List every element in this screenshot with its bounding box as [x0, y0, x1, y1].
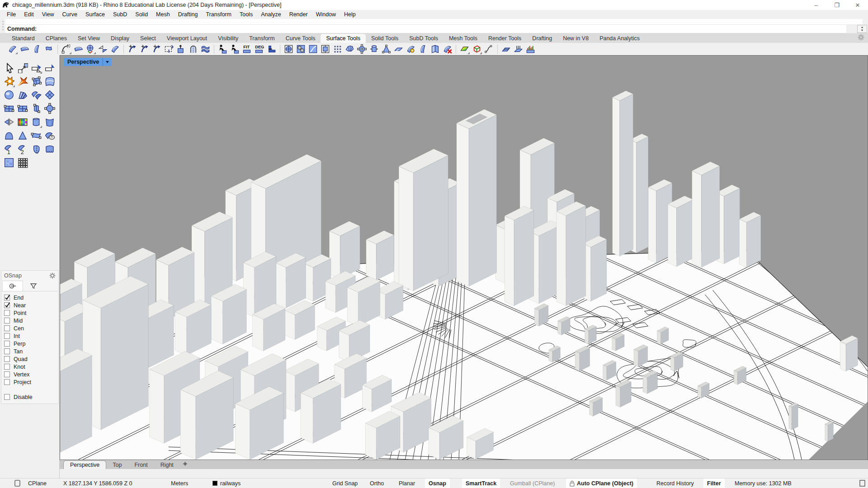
command-input[interactable]: Command:	[5, 25, 846, 33]
srf-seam-icon[interactable]	[30, 143, 42, 155]
srf-control-points-icon[interactable]	[30, 75, 42, 88]
menu-item-subd[interactable]: SubD	[109, 11, 131, 18]
srf-grid-pair-icon[interactable]	[295, 43, 307, 55]
adjustable-arc-icon[interactable]	[61, 43, 72, 55]
osnap-option-project[interactable]: Project	[4, 378, 57, 386]
cylinder-map-icon[interactable]	[368, 43, 380, 55]
frame-target-icon[interactable]	[320, 43, 331, 55]
faceted-srf-icon[interactable]	[344, 43, 355, 55]
osnap-option-knot[interactable]: Knot	[4, 363, 57, 371]
box-morph-icon[interactable]	[471, 43, 482, 55]
menu-item-file[interactable]: File	[3, 11, 20, 18]
cylinder-icon[interactable]	[30, 116, 42, 128]
tab-surface-tools[interactable]: Surface Tools	[321, 34, 366, 43]
sphere-icon[interactable]	[3, 89, 15, 101]
offset-surface-icon[interactable]	[73, 43, 84, 55]
ctrl-pt-srf-icon[interactable]	[417, 43, 429, 55]
planar-toggle[interactable]: Planar	[399, 479, 415, 488]
menu-item-surface[interactable]: Surface	[81, 11, 109, 18]
checkbox-icon[interactable]	[4, 302, 10, 308]
pin-plane-icon[interactable]	[513, 43, 524, 55]
ribbon-waves-icon[interactable]	[200, 43, 211, 55]
point-grid-icon[interactable]	[16, 156, 29, 169]
tab-cplanes[interactable]: CPlanes	[40, 34, 72, 43]
osnap-option-cen[interactable]: Cen	[4, 324, 57, 332]
srf-sweep-icon[interactable]	[30, 129, 42, 142]
analysis-colors-icon[interactable]	[16, 116, 29, 128]
osnap-toggle[interactable]: Osnap	[425, 479, 450, 488]
sphere-cplane-icon[interactable]	[85, 43, 96, 55]
viewport-tab-right[interactable]: Right	[154, 461, 180, 469]
degree-change-icon[interactable]: DEG	[254, 43, 265, 55]
osnap-option-quad[interactable]: Quad	[4, 355, 57, 363]
variable-fillet-icon[interactable]	[31, 43, 42, 55]
plane-vertical-icon[interactable]	[30, 102, 42, 115]
menu-item-edit[interactable]: Edit	[20, 11, 38, 18]
cone-icon[interactable]	[16, 129, 29, 142]
osnap-option-vertex[interactable]: Vertex	[4, 371, 57, 378]
layout-person-icon[interactable]	[217, 43, 228, 55]
planar-srf-icon[interactable]	[393, 43, 404, 55]
tab-transform[interactable]: Transform	[244, 34, 280, 43]
tab-standard[interactable]: Standard	[6, 34, 40, 43]
dome-icon[interactable]	[3, 129, 15, 142]
srf-fan-icon[interactable]	[16, 89, 29, 101]
blob-surface-icon[interactable]	[3, 156, 15, 169]
triangulate-icon[interactable]	[381, 43, 392, 55]
units-pane[interactable]: Meters	[171, 479, 188, 488]
srf-patch-icon[interactable]	[43, 75, 56, 88]
menu-item-mesh[interactable]: Mesh	[152, 11, 174, 18]
point-cloud-icon[interactable]	[332, 43, 343, 55]
explode-flash-icon[interactable]	[16, 75, 29, 88]
extend-surface-icon[interactable]	[7, 43, 18, 55]
checkbox-icon[interactable]	[4, 341, 10, 347]
checkbox-icon[interactable]	[4, 371, 10, 377]
sweep-2-icon[interactable]	[139, 43, 150, 55]
curve-handle-icon[interactable]	[483, 43, 495, 55]
plane-2-icon[interactable]	[16, 102, 29, 115]
menu-item-transform[interactable]: Transform	[202, 11, 236, 18]
tab-drafting[interactable]: Drafting	[527, 34, 557, 43]
checkbox-icon[interactable]	[4, 318, 10, 324]
osnap-option-end[interactable]: End	[4, 294, 57, 301]
menu-item-solid[interactable]: Solid	[131, 11, 152, 18]
fillet-2-icon[interactable]: 2	[16, 143, 29, 155]
explode-icon[interactable]	[3, 75, 15, 88]
filter-toggle[interactable]: Filter	[703, 479, 725, 488]
rebuild-net-icon[interactable]	[356, 43, 368, 55]
extrude-boundary-icon[interactable]	[163, 43, 175, 55]
book-pages-icon[interactable]	[429, 43, 441, 55]
plane-corner-icon[interactable]	[43, 102, 56, 115]
command-gutter[interactable]	[1, 20, 5, 33]
restore-button-icon[interactable]: ❐	[826, 0, 847, 10]
tab-display[interactable]: Display	[105, 34, 135, 43]
osnap-option-int[interactable]: Int	[4, 332, 57, 340]
srf-grid-target-icon[interactable]	[283, 43, 294, 55]
command-spinner[interactable]: ▲▼	[857, 25, 867, 33]
extrude-srf-icon[interactable]	[175, 43, 187, 55]
record-history-toggle[interactable]: Record History	[656, 479, 694, 488]
tab-panda-analytics[interactable]: Panda Analytics	[594, 34, 645, 43]
tab-visibility[interactable]: Visibility	[212, 34, 244, 43]
close-button-icon[interactable]: ✕	[847, 0, 868, 10]
osnap-tab-filter[interactable]	[23, 281, 44, 291]
osnap-option-disable[interactable]: Disable	[4, 393, 57, 401]
auto-cplane-toggle[interactable]: Auto CPlane (Object)	[566, 479, 637, 488]
tab-options-gear-icon[interactable]	[858, 34, 864, 42]
plane-horizontal-icon[interactable]	[3, 102, 15, 115]
srf-grid-curve-icon[interactable]	[307, 43, 319, 55]
tab-new-in-v8[interactable]: New in V8	[557, 34, 594, 43]
panel-toggle-icon[interactable]	[14, 479, 20, 488]
menu-item-tools[interactable]: Tools	[236, 11, 257, 18]
menu-item-window[interactable]: Window	[312, 11, 340, 18]
menu-item-help[interactable]: Help	[340, 11, 360, 18]
command-history[interactable]	[5, 19, 863, 25]
fillet-1-icon[interactable]: 1	[3, 143, 15, 155]
osnap-option-perp[interactable]: Perp	[4, 340, 57, 347]
ortho-toggle[interactable]: Ortho	[370, 479, 384, 488]
blend-surface-icon[interactable]	[43, 43, 55, 55]
fillet-surface-icon[interactable]	[19, 43, 30, 55]
flip-normal-icon[interactable]	[97, 43, 108, 55]
grid-snap-toggle[interactable]: Grid Snap	[332, 479, 358, 488]
gumball-toggle[interactable]: Gumball (CPlane)	[510, 479, 555, 488]
